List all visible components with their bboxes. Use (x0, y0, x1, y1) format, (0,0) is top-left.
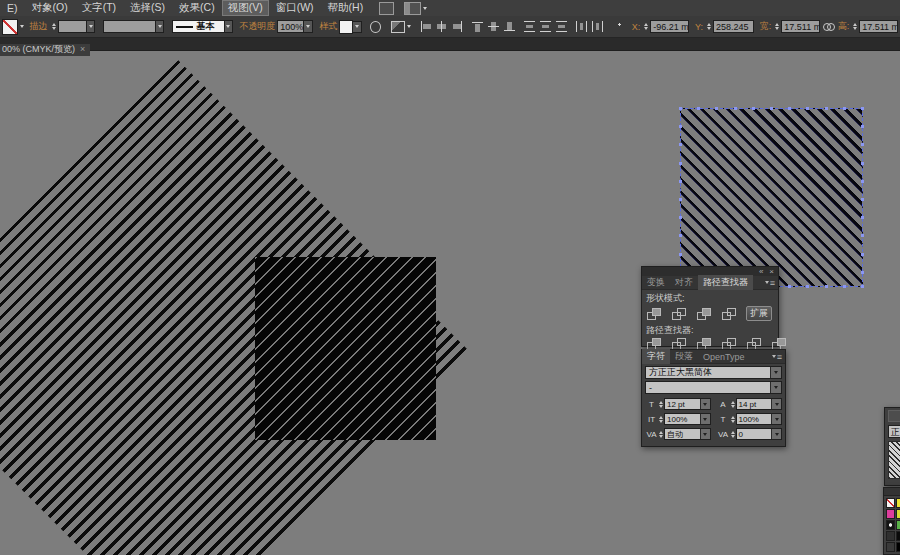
swatch-green[interactable] (896, 520, 900, 530)
font-family-dropdown-icon[interactable] (770, 367, 781, 378)
width-field[interactable]: 17.511 m (781, 20, 820, 33)
menu-item-view[interactable]: 视图(V) (223, 1, 268, 15)
tab-align[interactable]: 对齐 (670, 275, 698, 290)
swatch-magenta[interactable] (886, 509, 895, 519)
workspace-dropdown-icon[interactable] (423, 7, 427, 10)
opacity-link[interactable]: 不透明度 (239, 20, 275, 33)
brush-definition-field[interactable]: 基本 (172, 20, 224, 33)
menu-item-type[interactable]: 文字(T) (76, 0, 122, 16)
y-field[interactable]: 258.245 (713, 20, 754, 33)
expand-button[interactable]: 扩展 (746, 306, 772, 321)
kerning-stepper[interactable] (659, 431, 663, 438)
bridge-icon[interactable] (379, 2, 394, 15)
stroke-link[interactable]: 描边 (30, 20, 48, 33)
tracking-stepper[interactable] (731, 431, 735, 438)
vertical-scale-stepper[interactable] (659, 416, 663, 423)
height-field[interactable]: 17.511 m (859, 20, 898, 33)
font-size-stepper[interactable] (659, 401, 663, 408)
align-middle-icon[interactable] (487, 20, 500, 33)
recolor-artwork-icon[interactable] (370, 21, 382, 33)
panel-menu-icon[interactable]: ≡ (770, 352, 785, 362)
close-panel-icon[interactable]: × (769, 268, 774, 276)
align-left-icon[interactable] (419, 20, 432, 33)
font-family-select[interactable]: 方正正大黑简体 (645, 366, 782, 379)
align-right-icon[interactable] (451, 20, 464, 33)
font-style-dropdown-icon[interactable] (770, 382, 781, 393)
select-similar-dropdown-icon[interactable] (407, 25, 411, 28)
transparency-tab[interactable] (888, 410, 900, 422)
opacity-field[interactable]: 100% (277, 20, 304, 33)
style-swatch[interactable] (339, 20, 353, 34)
distribute-top-icon[interactable] (523, 20, 536, 33)
swatch-yellow[interactable] (896, 498, 900, 508)
opacity-dropdown-icon[interactable] (304, 20, 313, 33)
tab-character[interactable]: 字符 (642, 349, 670, 364)
height-stepper[interactable] (853, 23, 857, 30)
selected-striped-square[interactable] (680, 108, 863, 287)
constrain-proportions-icon[interactable] (823, 22, 835, 31)
distribute-hcenter-icon[interactable] (591, 20, 604, 33)
tracking-dropdown-icon[interactable] (771, 429, 781, 439)
menu-item-window[interactable]: 窗口(W) (270, 0, 320, 16)
width-stepper[interactable] (775, 23, 779, 30)
leading-dropdown-icon[interactable] (771, 399, 781, 409)
width-profile-dropdown-icon[interactable] (156, 20, 165, 33)
align-top-icon[interactable] (471, 20, 484, 33)
unite-icon[interactable] (646, 308, 662, 320)
tab-paragraph[interactable]: 段落 (670, 349, 698, 364)
menu-item-select[interactable]: 选择(S) (124, 0, 171, 16)
width-profile-field[interactable] (103, 20, 155, 33)
collapse-panel-icon[interactable]: « (759, 268, 763, 276)
align-bottom-icon[interactable] (503, 20, 516, 33)
stroke-weight-stepper[interactable] (52, 23, 56, 30)
swatch-black[interactable] (896, 531, 900, 541)
exclude-icon[interactable] (721, 308, 737, 320)
minus-front-icon[interactable] (671, 308, 687, 320)
align-center-icon[interactable] (435, 20, 448, 33)
menu-item-effect[interactable]: 效果(C) (173, 0, 221, 16)
swatch-none[interactable] (886, 498, 895, 508)
tab-transform[interactable]: 变换 (642, 275, 670, 290)
blend-mode-select[interactable]: 正 (888, 425, 900, 438)
horizontal-scale-field[interactable]: 100% (736, 413, 783, 425)
tab-pathfinder[interactable]: 路径查找器 (698, 275, 753, 290)
swatch-black-2[interactable] (896, 542, 900, 552)
menu-item-help[interactable]: 帮助(H) (322, 0, 370, 16)
tab-opentype[interactable]: OpenType (698, 351, 750, 363)
swatch-gray[interactable] (886, 542, 895, 552)
y-stepper[interactable] (707, 23, 711, 30)
style-link[interactable]: 样式 (319, 20, 337, 33)
font-size-dropdown-icon[interactable] (700, 399, 710, 409)
distribute-left-icon[interactable] (575, 20, 588, 33)
horizontal-scale-dropdown-icon[interactable] (771, 414, 781, 424)
font-size-field[interactable]: 12 pt (664, 398, 711, 410)
kerning-dropdown-icon[interactable] (700, 429, 710, 439)
swatch-dark-gray[interactable] (886, 531, 895, 541)
tracking-field[interactable]: 0 (736, 428, 783, 440)
vertical-scale-dropdown-icon[interactable] (700, 414, 710, 424)
reference-point-icon[interactable] (615, 20, 628, 33)
menu-item-edit-partial[interactable]: E) (1, 1, 24, 15)
workspace-icon[interactable] (404, 2, 421, 15)
x-stepper[interactable] (644, 23, 648, 30)
vertical-scale-field[interactable]: 100% (664, 413, 711, 425)
fill-none-swatch[interactable] (2, 19, 18, 35)
overlap-square-artwork[interactable] (255, 257, 436, 440)
brush-definition-dropdown-icon[interactable] (225, 20, 234, 33)
x-field[interactable]: -96.21 m (650, 20, 689, 33)
swatch-registration[interactable] (886, 520, 895, 530)
horizontal-scale-stepper[interactable] (731, 416, 735, 423)
distribute-vcenter-icon[interactable] (539, 20, 552, 33)
style-dropdown-icon[interactable] (353, 21, 362, 33)
font-style-select[interactable]: - (645, 381, 782, 394)
stroke-weight-dropdown-icon[interactable] (87, 20, 96, 33)
fill-dropdown-icon[interactable] (20, 25, 24, 28)
swatch-yellow-green[interactable] (896, 509, 900, 519)
distribute-bottom-icon[interactable] (555, 20, 568, 33)
stroke-weight-field[interactable] (58, 20, 87, 33)
leading-field[interactable]: 14 pt (736, 398, 783, 410)
leading-stepper[interactable] (731, 401, 735, 408)
select-similar-icon[interactable] (391, 21, 405, 33)
kerning-field[interactable]: 自动 (664, 428, 711, 440)
menu-item-object[interactable]: 对象(O) (26, 0, 74, 16)
